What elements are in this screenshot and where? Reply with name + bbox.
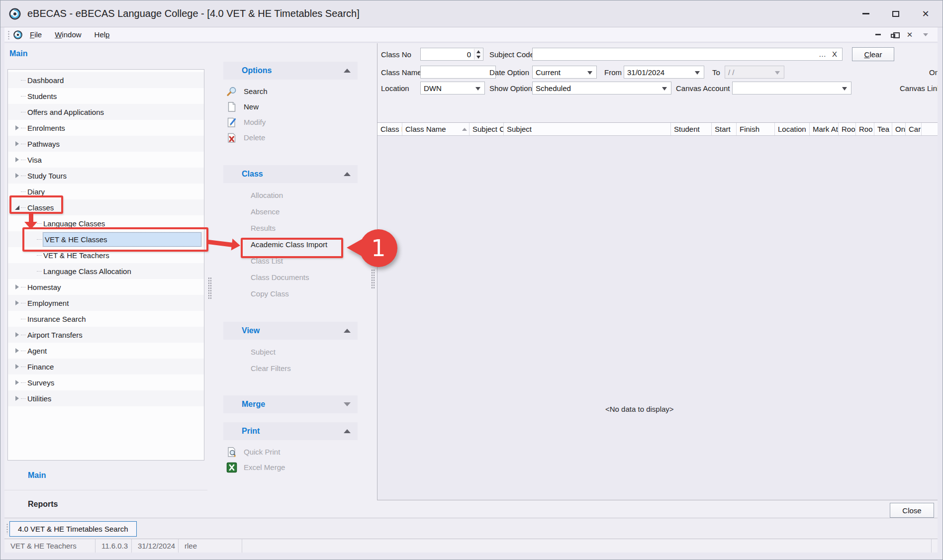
splitter-grip-icon[interactable] xyxy=(208,277,211,299)
tree-item-pathways[interactable]: Pathways xyxy=(8,136,204,152)
location-select[interactable]: DWN xyxy=(420,82,485,94)
tree-item-utilities[interactable]: Utilities xyxy=(8,390,204,406)
tree-item-language-class-allocation[interactable]: Language Class Allocation xyxy=(8,263,204,279)
expand-icon[interactable] xyxy=(14,141,20,147)
column-header-mark-at-8[interactable]: Mark At xyxy=(810,123,839,135)
tree-item-insurance-search[interactable]: Insurance Search xyxy=(8,311,204,327)
tree-item-employment[interactable]: Employment xyxy=(8,295,204,311)
collapse-section-icon[interactable] xyxy=(344,69,351,73)
tab-vet-he-timetables-search[interactable]: 4.0 VET & HE Timetables Search xyxy=(9,521,137,537)
tree-item-study-tours[interactable]: Study Tours xyxy=(8,168,204,184)
mdi-minimize-icon[interactable] xyxy=(874,31,882,39)
splitter-grip-icon[interactable] xyxy=(371,269,375,289)
column-header-class-n-0[interactable]: Class N xyxy=(377,123,402,135)
collapse-section-icon[interactable] xyxy=(344,429,351,433)
column-header-tea-11[interactable]: Tea xyxy=(874,123,892,135)
action-excel-merge[interactable]: Excel Merge xyxy=(207,460,377,475)
class-name-input[interactable] xyxy=(420,66,496,79)
tree-item-finance[interactable]: Finance xyxy=(8,359,204,374)
menu-item-file[interactable]: File xyxy=(30,30,42,39)
close-button[interactable]: Close xyxy=(890,503,934,518)
class-no-stepper[interactable]: 0 xyxy=(420,48,483,61)
section-header-merge[interactable]: Merge xyxy=(223,395,358,413)
tree-item-dashboard[interactable]: Dashboard xyxy=(8,72,204,88)
action-absence[interactable]: Absence xyxy=(207,203,377,220)
expand-icon[interactable] xyxy=(14,284,20,290)
collapse-section-icon[interactable] xyxy=(344,329,351,333)
sidebar-footer-main[interactable]: Main xyxy=(4,461,207,490)
action-quick-print[interactable]: Quick Print xyxy=(207,444,377,460)
subject-code-input[interactable]: … X xyxy=(532,48,843,61)
maximize-icon[interactable] xyxy=(891,9,901,19)
minimize-icon[interactable] xyxy=(861,9,871,19)
action-search[interactable]: Search xyxy=(207,84,377,99)
show-option-select[interactable]: Scheduled xyxy=(532,82,671,94)
column-header-location-7[interactable]: Location xyxy=(775,123,810,135)
mdi-restore-icon[interactable] xyxy=(890,31,898,39)
expand-icon[interactable] xyxy=(14,379,20,385)
expand-icon[interactable] xyxy=(14,300,20,306)
action-new[interactable]: New xyxy=(207,99,377,114)
collapse-icon[interactable] xyxy=(14,204,20,210)
tree-item-airport-transfers[interactable]: Airport Transfers xyxy=(8,327,204,343)
expand-icon[interactable] xyxy=(14,395,20,401)
expand-icon[interactable] xyxy=(14,332,20,338)
stepper-down-icon[interactable] xyxy=(476,56,480,59)
menu-item-window[interactable]: Window xyxy=(55,30,81,39)
tree-item-vet-he-classes[interactable]: VET & HE Classes xyxy=(8,231,204,247)
expand-icon[interactable] xyxy=(14,157,20,163)
stepper-buttons[interactable] xyxy=(474,49,482,60)
section-header-view[interactable]: View xyxy=(223,322,358,340)
section-header-print[interactable]: Print xyxy=(223,422,358,440)
tree-item-classes[interactable]: Classes xyxy=(8,199,204,215)
to-date-select[interactable]: / / xyxy=(725,66,784,79)
from-date-select[interactable]: 31/01/2024 xyxy=(624,66,704,79)
expand-section-icon[interactable] xyxy=(344,402,351,406)
tree-item-homestay[interactable]: Homestay xyxy=(8,279,204,295)
app-icon[interactable] xyxy=(8,7,21,20)
action-delete[interactable]: Delete xyxy=(207,130,377,145)
close-icon[interactable]: ✕ xyxy=(921,9,931,19)
action-modify[interactable]: Modify xyxy=(207,114,377,130)
subject-code-clear-button[interactable]: X xyxy=(832,50,837,58)
column-header-roo-10[interactable]: Roo xyxy=(856,123,874,135)
tree-item-visa[interactable]: Visa xyxy=(8,152,204,168)
action-academic-class-import[interactable]: Academic Class Import xyxy=(207,236,377,253)
tree-item-offers-and-applications[interactable]: Offers and Applications xyxy=(8,104,204,120)
clear-button[interactable]: Clear xyxy=(852,47,894,61)
tree-item-language-classes[interactable]: Language Classes xyxy=(8,215,204,231)
column-header-class-name-1[interactable]: Class Name xyxy=(402,123,470,135)
toolbar-grip-icon[interactable] xyxy=(7,30,10,39)
tree-item-diary[interactable]: Diary xyxy=(8,184,204,199)
menu-item-help[interactable]: Help xyxy=(94,30,110,39)
section-header-class[interactable]: Class xyxy=(223,165,358,183)
sidebar-footer-reports[interactable]: Reports xyxy=(4,490,207,518)
column-header-finish-6[interactable]: Finish xyxy=(737,123,775,135)
tree-item-students[interactable]: Students xyxy=(8,88,204,104)
tree-item-enrolments[interactable]: Enrolments xyxy=(8,120,204,136)
tree-item-vet-he-teachers[interactable]: VET & HE Teachers xyxy=(8,247,204,263)
subject-code-lookup-button[interactable]: … xyxy=(819,50,826,58)
column-header-roo-9[interactable]: Roo xyxy=(839,123,856,135)
date-option-select[interactable]: Current xyxy=(532,66,597,79)
action-subject[interactable]: Subject xyxy=(207,344,377,360)
action-class-documents[interactable]: Class Documents xyxy=(207,269,377,285)
expand-icon[interactable] xyxy=(14,364,20,370)
column-header-subject-3[interactable]: Subject xyxy=(504,123,671,135)
stepper-up-icon[interactable] xyxy=(476,50,480,53)
action-allocation[interactable]: Allocation xyxy=(207,187,377,203)
expand-icon[interactable] xyxy=(14,125,20,131)
action-class-list[interactable]: Class List xyxy=(207,253,377,269)
expand-icon[interactable] xyxy=(14,348,20,354)
app-menu-icon[interactable] xyxy=(13,30,23,40)
action-copy-class[interactable]: Copy Class xyxy=(207,285,377,302)
grid-body[interactable]: <No data to display> xyxy=(377,136,938,500)
canvas-account-select[interactable] xyxy=(732,82,851,94)
action-clear-filters[interactable]: Clear Filters xyxy=(207,360,377,376)
toolbar-overflow-icon[interactable] xyxy=(922,31,930,39)
column-header-onl-12[interactable]: Onl xyxy=(892,123,906,135)
column-header-subject-cc-2[interactable]: Subject Cc xyxy=(470,123,504,135)
column-header-student-4[interactable]: Student xyxy=(671,123,712,135)
section-header-options[interactable]: Options xyxy=(223,62,358,80)
column-header-car-13[interactable]: Car xyxy=(906,123,922,135)
